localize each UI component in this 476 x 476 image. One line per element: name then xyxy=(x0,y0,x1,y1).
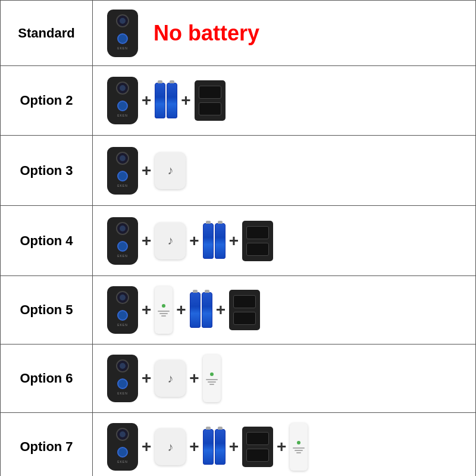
charger-slot-1 xyxy=(246,226,269,239)
wifi-line-3 xyxy=(209,384,214,385)
label-text: Standard xyxy=(18,26,74,40)
row-standard: Standard EKEN No battery xyxy=(1,1,476,66)
charger-slot-2 xyxy=(246,449,269,462)
plus-sign: + xyxy=(216,300,226,320)
battery-pair xyxy=(203,223,226,259)
chime-icon: ♪ xyxy=(167,440,173,454)
content-option7: EKEN + ♪ + + + xyxy=(93,413,476,477)
plus-sign: + xyxy=(229,231,239,250)
extender-lines xyxy=(293,447,305,453)
battery-charger xyxy=(242,427,273,467)
row-option7: Option 7 EKEN + ♪ + xyxy=(1,413,476,477)
battery-charger xyxy=(195,80,226,121)
content-standard: EKEN No battery xyxy=(93,1,476,66)
brand-text: EKEN xyxy=(117,323,128,327)
camera-lens xyxy=(116,14,129,27)
plus-sign: + xyxy=(142,161,151,180)
camera-inner xyxy=(120,18,126,24)
camera-lens xyxy=(116,152,129,165)
label-option6: Option 6 xyxy=(1,345,93,413)
doorbell-camera-device: EKEN xyxy=(107,10,138,57)
extender-led xyxy=(297,441,300,444)
charger-slot-2 xyxy=(199,102,221,115)
label-option5: Option 5 xyxy=(1,276,93,345)
doorbell-button xyxy=(117,378,128,389)
battery-1 xyxy=(190,292,201,328)
label-text: Option 7 xyxy=(20,439,73,454)
label-option3: Option 3 xyxy=(1,136,93,206)
brand-text: EKEN xyxy=(117,184,128,187)
content-option2: EKEN + + xyxy=(93,66,476,136)
wifi-line-3 xyxy=(161,315,166,317)
wifi-line-1 xyxy=(293,447,305,449)
battery-2 xyxy=(167,83,177,118)
charger-slot-1 xyxy=(246,432,269,445)
brand-text: EKEN xyxy=(117,460,128,464)
doorbell-button xyxy=(117,310,128,321)
plus-sign: + xyxy=(142,437,151,456)
plus-sign: + xyxy=(176,300,186,320)
doorbell-camera-device: EKEN xyxy=(107,147,138,195)
no-battery-label: No battery xyxy=(154,21,259,46)
battery-pair xyxy=(190,292,212,328)
battery-pair xyxy=(155,83,177,118)
doorbell-button xyxy=(117,447,128,458)
camera-inner xyxy=(120,85,126,91)
battery-1 xyxy=(203,223,214,259)
extender-lines xyxy=(206,379,218,385)
wifi-extender-device xyxy=(155,286,173,334)
chime-icon: ♪ xyxy=(167,164,173,177)
plus-sign: + xyxy=(142,369,151,388)
battery-1 xyxy=(203,429,214,465)
chime-device: ♪ xyxy=(155,152,186,189)
camera-lens xyxy=(116,428,129,441)
wifi-extender-device xyxy=(203,355,221,402)
battery-1 xyxy=(155,83,165,118)
brand-text: EKEN xyxy=(117,114,128,117)
label-text: Option 3 xyxy=(20,163,73,178)
content-option5: EKEN + + + xyxy=(93,276,476,345)
doorbell-button xyxy=(117,171,128,181)
label-text: Option 5 xyxy=(20,302,73,317)
charger-slot-2 xyxy=(233,312,256,325)
doorbell-camera-device: EKEN xyxy=(107,77,138,124)
doorbell-button xyxy=(117,241,128,252)
wifi-line-1 xyxy=(206,379,218,380)
doorbell-camera-device: EKEN xyxy=(107,355,138,402)
label-text: Option 6 xyxy=(20,371,73,386)
battery-charger xyxy=(229,290,260,330)
content-option3: EKEN + ♪ xyxy=(93,136,476,206)
charger-slot-1 xyxy=(199,86,221,99)
battery-pair xyxy=(203,429,226,465)
label-option7: Option 7 xyxy=(1,413,93,477)
chime-icon: ♪ xyxy=(167,234,173,248)
battery-2 xyxy=(202,292,212,328)
camera-inner xyxy=(120,295,126,300)
doorbell-camera-device: EKEN xyxy=(107,286,138,334)
camera-lens xyxy=(116,291,129,304)
brand-text: EKEN xyxy=(117,46,128,50)
row-option6: Option 6 EKEN + ♪ + xyxy=(1,345,476,413)
label-text: Option 4 xyxy=(20,233,73,248)
wifi-line-2 xyxy=(208,381,216,383)
charger-slot-2 xyxy=(246,243,269,256)
plus-sign: + xyxy=(189,437,199,456)
chime-icon: ♪ xyxy=(167,372,173,386)
label-option4: Option 4 xyxy=(1,206,93,276)
battery-charger xyxy=(242,221,273,261)
camera-lens xyxy=(116,359,129,372)
extender-lines xyxy=(158,311,170,317)
row-option4: Option 4 EKEN + ♪ + xyxy=(1,206,476,276)
battery-2 xyxy=(215,223,226,259)
chime-device: ♪ xyxy=(155,223,186,259)
brand-text: EKEN xyxy=(117,392,128,395)
row-option5: Option 5 EKEN + xyxy=(1,276,476,345)
content-option6: EKEN + ♪ + xyxy=(93,345,476,413)
plus-sign: + xyxy=(142,300,151,320)
chime-device: ♪ xyxy=(155,428,186,465)
doorbell-camera-device: EKEN xyxy=(107,217,138,265)
battery-2 xyxy=(215,429,226,465)
row-option2: Option 2 EKEN + + xyxy=(1,66,476,136)
row-option3: Option 3 EKEN + ♪ xyxy=(1,136,476,206)
plus-sign: + xyxy=(142,231,151,250)
